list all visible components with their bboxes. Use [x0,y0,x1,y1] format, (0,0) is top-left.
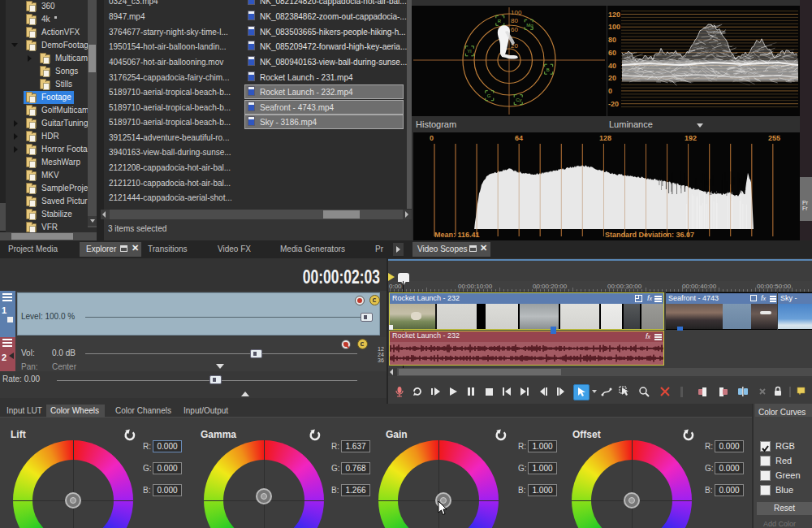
svg-text:-20: -20 [608,100,619,108]
svg-text:80: 80 [608,36,616,44]
svg-text:B: B [546,67,550,72]
svg-text:192: 192 [685,134,697,142]
svg-text:60: 60 [511,26,518,33]
svg-text:128: 128 [599,134,611,142]
svg-text:Mg: Mg [526,23,533,28]
svg-text:20: 20 [608,74,616,82]
svg-text:Yl: Yl [467,49,471,54]
svg-text:0: 0 [430,134,434,142]
svg-text:0: 0 [608,87,612,95]
svg-text:Cy: Cy [516,97,521,102]
svg-text:100: 100 [608,23,620,31]
svg-text:40: 40 [608,62,616,70]
svg-text:Standard Deviation: 36.07: Standard Deviation: 36.07 [605,231,694,239]
svg-text:255: 255 [768,134,780,142]
svg-text:R: R [498,19,502,24]
svg-text:Mean: 116.41: Mean: 116.41 [434,231,480,239]
svg-text:120: 120 [608,11,620,19]
svg-text:100: 100 [511,9,522,16]
svg-text:80: 80 [511,17,518,24]
svg-text:64: 64 [515,134,523,142]
svg-text:60: 60 [608,49,616,57]
svg-text:G: G [487,93,491,98]
